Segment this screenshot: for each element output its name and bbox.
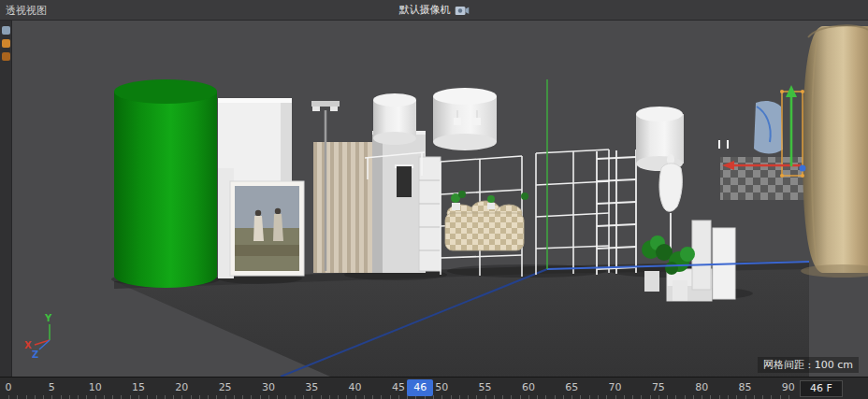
green-cylinder[interactable] [114,79,217,288]
rooftop-cylinder-1[interactable] [373,93,416,145]
light-markers [718,140,729,149]
viewport-header: 透视视图 默认摄像机 [0,0,868,21]
timeline-tick-70[interactable]: 70 [609,381,622,394]
timeline-tick-90[interactable]: 90 [782,381,795,394]
triad-z-label: Z [32,349,38,360]
view-tool-icon[interactable] [2,26,10,35]
striped-panel-wall[interactable] [313,142,372,273]
timeline-tick-20[interactable]: 20 [175,381,188,394]
timeline-tick-75[interactable]: 75 [652,381,665,394]
timeline-tick-60[interactable]: 60 [522,381,535,394]
material-orange-icon-1[interactable] [2,39,10,48]
c4d-viewport-window: 透视视图 默认摄像机 [0,0,868,399]
rooftop-cylinder-2[interactable] [433,88,497,150]
timeline-tick-40[interactable]: 40 [349,381,362,394]
timeline-tick-80[interactable]: 80 [695,381,708,394]
gizmo-z-handle[interactable] [800,165,806,172]
display-pedestals[interactable] [692,221,735,299]
view-label[interactable]: 透视视图 [6,4,47,18]
timeline-ruler[interactable]: 46 051015202530354045505560657075808590 [0,378,797,399]
ladder-rack-tower[interactable] [597,150,636,275]
timeline-tick-55[interactable]: 55 [479,381,492,394]
timeline-tick-50[interactable]: 50 [435,381,448,394]
camera-icon [456,5,470,16]
frame-display-area: 46 F [797,378,868,399]
left-toolbar [0,21,12,377]
current-frame-marker[interactable]: 46 [407,379,433,396]
timeline-tick-10[interactable]: 10 [89,381,102,394]
material-orange-icon-2[interactable] [2,52,10,61]
frame-display-box[interactable]: 46 F [800,380,843,397]
camera-label[interactable]: 默认摄像机 [399,3,451,17]
viewport-3d[interactable]: Y X Z 网格间距 : 100 cm [12,21,868,377]
timeline-tick-45[interactable]: 45 [392,381,405,394]
timeline-tick-25[interactable]: 25 [219,381,232,394]
timeline-tick-35[interactable]: 35 [305,381,318,394]
camera-label-group[interactable]: 默认摄像机 [399,3,470,17]
timeline-tick-65[interactable]: 65 [565,381,578,394]
timeline-tick-30[interactable]: 30 [262,381,275,394]
wall-photo[interactable] [230,181,304,276]
gray-building[interactable] [372,131,426,273]
dark-window [397,166,412,197]
triad-y-label: Y [44,313,52,323]
photo-person-2 [275,208,281,214]
timeline-tick-85[interactable]: 85 [739,381,752,394]
world-axis-triad: Y X Z [24,313,52,360]
photo-person-1 [255,210,261,216]
column-cylinder[interactable] [636,107,684,171]
grid-spacing-label: 网格间距 : 100 cm [758,357,859,373]
blue-spline-plane[interactable] [754,101,783,154]
triad-x-label: X [24,340,32,350]
timeline: 46 051015202530354045505560657075808590 … [0,377,868,399]
timeline-tick-5[interactable]: 5 [49,381,55,394]
timeline-tick-0[interactable]: 0 [6,381,12,394]
beige-curtain-roll[interactable] [801,25,868,278]
timeline-tick-15[interactable]: 15 [132,381,145,394]
scene-canvas[interactable]: Y X Z [12,21,868,377]
